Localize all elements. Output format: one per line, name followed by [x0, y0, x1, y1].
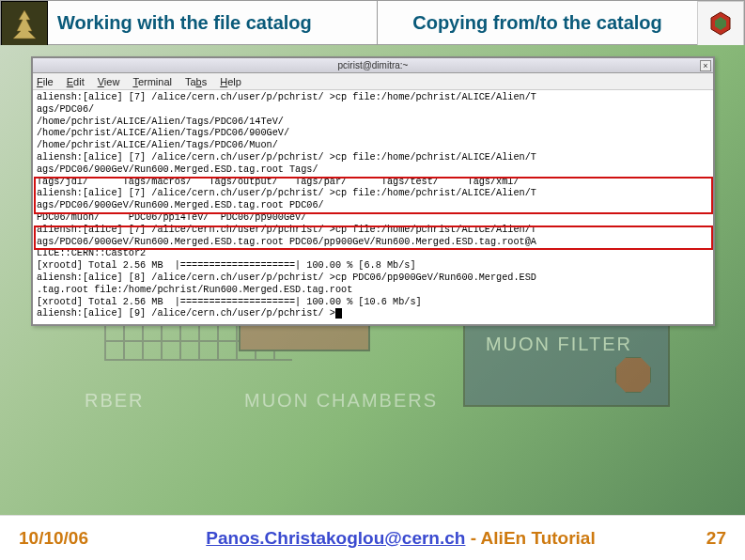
menu-edit[interactable]: Edit: [67, 76, 85, 87]
detector-octagon-icon: [615, 357, 651, 393]
slide-footer: 10/10/06 Panos.Christakoglou@cern.ch - A…: [0, 515, 745, 560]
footer-tail: - AliEn Tutorial: [465, 528, 595, 548]
logo-right-icon: [697, 1, 744, 46]
menu-tabs[interactable]: Tabs: [185, 76, 207, 87]
menu-view[interactable]: View: [98, 76, 120, 87]
footer-date: 10/10/06: [19, 528, 132, 549]
bg-label-muon-filter: MUON FILTER: [486, 334, 632, 355]
menu-file[interactable]: File: [37, 76, 54, 87]
terminal-body[interactable]: aliensh:[alice] [7] /alice/cern.ch/user/…: [33, 90, 713, 324]
terminal-menubar: File Edit View Terminal Tabs Help: [33, 73, 713, 90]
title-left: Working with the file catalog: [48, 1, 378, 44]
footer-center: Panos.Christakoglou@cern.ch - AliEn Tuto…: [132, 528, 670, 549]
menu-help[interactable]: Help: [220, 76, 241, 87]
logo-left-icon: [1, 1, 48, 46]
slide-body: RBER MUON CHAMBERS MUON FILTER pcirist@d…: [0, 45, 745, 515]
menu-terminal[interactable]: Terminal: [132, 76, 172, 87]
footer-email-link[interactable]: Panos.Christakoglou@cern.ch: [206, 528, 465, 548]
title-right: Copying from/to the catalog: [378, 1, 697, 44]
terminal-title: pcirist@dimitra:~: [338, 60, 409, 70]
close-icon[interactable]: ×: [700, 60, 711, 71]
bg-label-rber: RBER: [85, 390, 145, 412]
terminal-titlebar: pcirist@dimitra:~ ×: [33, 58, 713, 73]
bg-label-muon-chambers: MUON CHAMBERS: [244, 390, 438, 412]
terminal-window: pcirist@dimitra:~ × File Edit View Termi…: [31, 56, 715, 326]
terminal-cursor: [335, 308, 342, 319]
footer-page-number: 27: [670, 528, 726, 549]
slide-header: Working with the file catalog Copying fr…: [0, 0, 745, 45]
